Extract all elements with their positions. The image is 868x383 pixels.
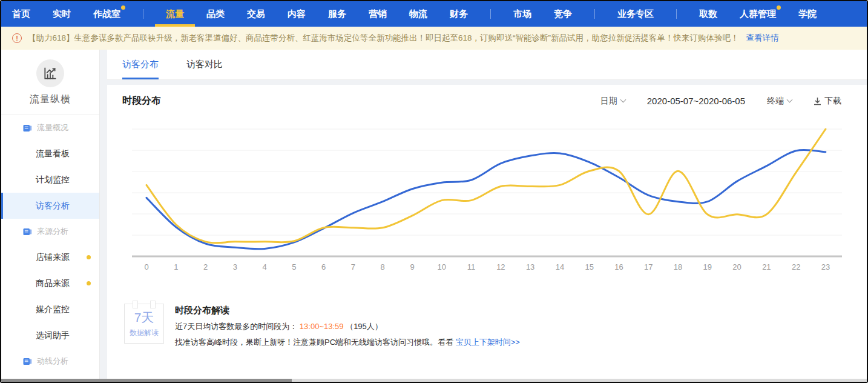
nav-item-2-1[interactable]: 竞争 <box>554 1 572 27</box>
x-tick-label: 23 <box>821 262 830 271</box>
nav-item-1-7[interactable]: 财务 <box>450 1 468 27</box>
x-tick-label: 17 <box>644 262 653 271</box>
listing-time-link[interactable]: 宝贝上下架时间>> <box>456 338 520 347</box>
nav-item-0-1[interactable]: 实时 <box>53 1 71 27</box>
x-tick-label: 6 <box>321 262 326 271</box>
sidebar-header: 流量纵横 <box>1 50 99 115</box>
card-header: 时段分布 日期 2020-05-07~2020-06-05 终端 下载 <box>107 85 867 107</box>
nav-item-4-1[interactable]: 人群管理 <box>740 1 776 27</box>
new-badge-dot <box>121 5 125 10</box>
x-tick-label: 9 <box>410 262 414 271</box>
nav-item-4-0[interactable]: 取数 <box>699 1 717 27</box>
x-tick-label: 14 <box>556 262 564 271</box>
terminal-dropdown[interactable]: 终端 <box>767 96 792 107</box>
insight-line-1: 近7天日均访客数最多的时间段为： 13:00~13:59 （195人） <box>175 321 520 332</box>
notice-detail-link[interactable]: 查看详情 <box>746 33 779 44</box>
sidebar-menu: 流量概况流量看板计划监控访客分析来源分析店铺来源商品来源媒介监控选词助手动线分析 <box>1 115 99 374</box>
download-button[interactable]: 下载 <box>814 96 841 107</box>
x-tick-label: 13 <box>526 262 534 271</box>
sidebar-item-6[interactable]: 商品来源 <box>1 270 99 296</box>
x-tick-label: 2 <box>203 262 208 271</box>
sidebar-item-7[interactable]: 媒介监控 <box>1 296 99 322</box>
series-line-yellow <box>146 129 826 243</box>
nav-item-1-2[interactable]: 交易 <box>247 1 265 27</box>
sidebar-item-5[interactable]: 店铺来源 <box>1 244 99 270</box>
badge-caption: 数据解读 <box>130 328 159 338</box>
tab-bar: 访客分布 访客对比 <box>107 50 867 80</box>
scrollbar-thumb[interactable] <box>1 379 292 382</box>
insight-line-2: 找准访客高峰时段，果断上新呀！注意兼顾PC端和无线端访客访问习惯哦。看看 宝贝上… <box>175 337 520 348</box>
download-icon <box>814 97 821 105</box>
x-tick-label: 19 <box>703 262 712 271</box>
horizontal-scrollbar[interactable] <box>1 379 867 382</box>
x-tick-label: 12 <box>496 262 505 271</box>
x-tick-label: 16 <box>614 262 623 271</box>
nav-group-divider <box>676 9 677 19</box>
sidebar-section-0[interactable]: 流量概况 <box>1 115 99 141</box>
ledger-icon <box>23 358 32 365</box>
sidebar-item-3[interactable]: 访客分析 <box>1 193 99 219</box>
sidebar-item-1[interactable]: 流量看板 <box>1 141 99 167</box>
insight-title: 时段分布解读 <box>175 305 520 316</box>
x-tick-label: 18 <box>674 262 682 271</box>
peak-time-value: 13:00~13:59 <box>300 322 344 331</box>
nav-item-1-3[interactable]: 内容 <box>288 1 306 27</box>
nav-item-0-2[interactable]: 作战室 <box>93 1 120 27</box>
chevron-down-icon <box>787 96 793 102</box>
x-tick-label: 3 <box>233 262 237 271</box>
nav-group-divider <box>490 9 491 19</box>
app-window: 首页实时作战室流量品类交易内容服务营销物流财务市场竞争业务专区取数人群管理学院 … <box>0 0 868 383</box>
nav-item-1-5[interactable]: 营销 <box>369 1 387 27</box>
ledger-icon <box>23 228 32 236</box>
time-distribution-card: 时段分布 日期 2020-05-07~2020-06-05 终端 下载 0 <box>107 85 867 382</box>
x-tick-label: 5 <box>292 262 296 271</box>
sidebar-section-9[interactable]: 动线分析 <box>1 348 99 374</box>
nav-item-1-0[interactable]: 流量 <box>166 1 184 27</box>
x-tick-label: 22 <box>792 262 800 271</box>
tab-visitor-distribution[interactable]: 访客分布 <box>122 50 159 79</box>
sidebar: 流量纵横 流量概况流量看板计划监控访客分析来源分析店铺来源商品来源媒介监控选词助… <box>1 50 100 382</box>
date-range-value[interactable]: 2020-05-07~2020-06-05 <box>647 96 745 106</box>
nav-item-1-4[interactable]: 服务 <box>328 1 346 27</box>
update-dot <box>87 281 91 285</box>
update-dot <box>87 255 91 259</box>
tab-visitor-compare[interactable]: 访客对比 <box>186 50 223 79</box>
traffic-app-avatar <box>36 59 64 87</box>
app-title: 流量纵横 <box>1 93 99 106</box>
promo-notice-bar: ! 【助力618】生意参谋多款产品联袂升级，新老客渠道偏好、商品连带分析、红蓝海… <box>1 27 867 50</box>
nav-group-divider <box>143 9 143 19</box>
nav-item-4-2[interactable]: 学院 <box>798 1 817 27</box>
warning-icon: ! <box>12 33 22 43</box>
x-tick-label: 20 <box>732 262 741 271</box>
sidebar-section-4[interactable]: 来源分析 <box>1 219 99 244</box>
x-tick-label: 21 <box>762 262 771 271</box>
header-controls: 日期 2020-05-07~2020-06-05 终端 下载 <box>600 96 841 107</box>
section-title: 时段分布 <box>122 95 161 107</box>
x-tick-label: 10 <box>438 262 446 271</box>
seven-day-insight-badge: 7天 数据解读 <box>124 304 164 344</box>
new-badge-dot <box>777 5 781 10</box>
x-tick-label: 7 <box>351 262 355 271</box>
sidebar-item-2[interactable]: 计划监控 <box>1 167 99 193</box>
insight-section: 7天 数据解读 时段分布解读 近7天日均访客数最多的时间段为： 13:00~13… <box>124 304 867 348</box>
nav-item-1-6[interactable]: 物流 <box>409 1 427 27</box>
x-tick-label: 1 <box>174 262 178 271</box>
content-area: 访客分布 访客对比 时段分布 日期 2020-05-07~2020-06-05 … <box>100 50 867 382</box>
bar-chart-trend-icon <box>42 65 58 81</box>
x-tick-label: 15 <box>585 262 593 271</box>
x-tick-label: 11 <box>467 262 476 271</box>
chart-svg: 01234567891011121314151617181920212223 <box>130 112 844 277</box>
date-dropdown[interactable]: 日期 <box>600 96 625 107</box>
nav-item-0-0[interactable]: 首页 <box>12 1 30 27</box>
nav-group-divider <box>594 9 595 19</box>
x-tick-label: 8 <box>381 262 385 271</box>
sidebar-item-8[interactable]: 选词助手 <box>1 322 99 348</box>
chevron-down-icon <box>620 96 626 102</box>
nav-item-2-0[interactable]: 市场 <box>513 1 531 27</box>
nav-item-1-1[interactable]: 品类 <box>206 1 225 27</box>
nav-item-3-0[interactable]: 业务专区 <box>617 1 654 27</box>
hourly-visitors-chart[interactable]: 01234567891011121314151617181920212223 <box>130 112 867 279</box>
notice-text: 【助力618】生意参谋多款产品联袂升级，新老客渠道偏好、商品连带分析、红蓝海市场… <box>28 33 739 44</box>
x-tick-label: 0 <box>144 262 148 271</box>
ledger-icon <box>23 124 32 132</box>
